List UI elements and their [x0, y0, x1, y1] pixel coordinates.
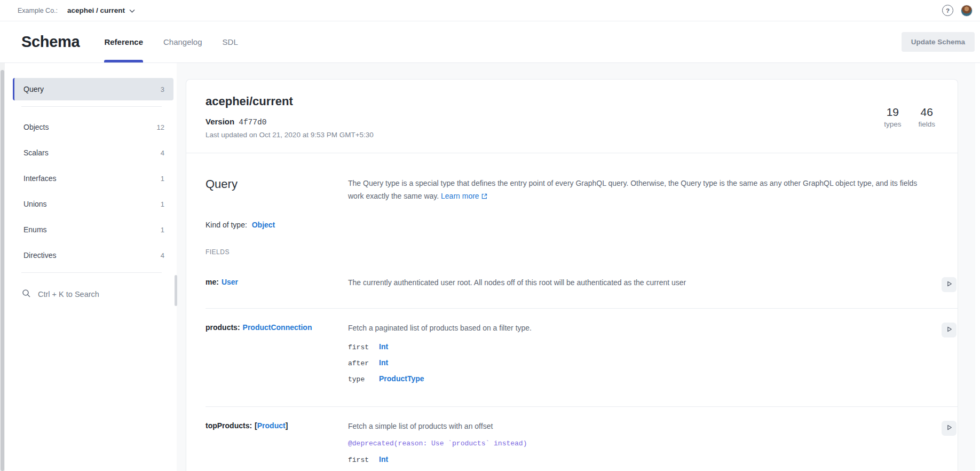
deprecated-directive: @deprecated(reason: Use `products` inste…	[348, 439, 934, 448]
left-scrollbar[interactable]	[0, 63, 5, 471]
tab-reference[interactable]: Reference	[104, 21, 143, 62]
page-header: Schema Reference Changelog SDL Update Sc…	[0, 21, 980, 63]
arg-type-link[interactable]: ProductType	[379, 374, 424, 383]
arg-name: type	[348, 375, 379, 383]
learn-more-link[interactable]: Learn more	[441, 192, 487, 200]
sidebar-item-interfaces[interactable]: Interfaces 1	[13, 167, 173, 190]
main-panel: acephei/current Version4f77d0 Last updat…	[177, 63, 980, 471]
run-in-explorer-button[interactable]	[942, 277, 957, 292]
schema-card: acephei/current Version4f77d0 Last updat…	[186, 79, 958, 471]
sidebar-item-label: Objects	[23, 123, 49, 131]
arg-name: after	[348, 359, 379, 367]
arg-type-link[interactable]: Int	[379, 455, 388, 464]
arg-row: first Int	[348, 342, 934, 351]
arg-type-link[interactable]: Int	[379, 342, 388, 351]
type-name: Query	[206, 177, 348, 203]
field-type-link[interactable]: ProductConnection	[243, 323, 312, 332]
stat-fields: 46 fields	[918, 106, 935, 128]
kind-value-link[interactable]: Object	[252, 221, 275, 229]
graph-header: acephei/current Version4f77d0 Last updat…	[186, 80, 958, 153]
last-updated: Last updated on Oct 21, 2020 at 9:53 PM …	[206, 131, 374, 139]
version-line: Version4f77d0	[206, 117, 374, 127]
sidebar-item-enums[interactable]: Enums 1	[13, 218, 173, 241]
play-icon	[946, 424, 953, 433]
tab-changelog[interactable]: Changelog	[163, 21, 202, 62]
sidebar-item-label: Directives	[23, 251, 56, 260]
arg-row: after Int	[348, 358, 934, 367]
chevron-down-icon	[129, 6, 135, 14]
search-icon	[22, 289, 31, 300]
field-row-products: products:ProductConnection Fetch a pagin…	[206, 309, 958, 407]
field-signature: me:User	[206, 277, 348, 292]
graph-selector[interactable]: acephei / current	[67, 6, 135, 14]
sidebar-item-objects[interactable]: Objects 12	[13, 116, 173, 138]
help-glyph: ?	[946, 7, 950, 14]
kind-of-type-row: Kind of type: Object	[206, 221, 958, 229]
field-description: The currently authenticated user root. A…	[348, 277, 934, 288]
graph-header-left: acephei/current Version4f77d0 Last updat…	[206, 95, 374, 139]
sidebar-item-count: 3	[161, 85, 164, 93]
sidebar-item-count: 12	[157, 123, 164, 131]
type-description-text: The Query type is a special type that de…	[348, 179, 917, 200]
sidebar-item-count: 1	[161, 175, 164, 183]
stat-types: 19 types	[884, 106, 901, 128]
sidebar-divider	[21, 106, 162, 107]
kind-label: Kind of type:	[206, 221, 247, 229]
sidebar-item-scalars[interactable]: Scalars 4	[13, 142, 173, 164]
type-section: Query The Query type is a special type t…	[186, 153, 958, 471]
arg-row: type ProductType	[348, 374, 934, 383]
type-header-row: Query The Query type is a special type t…	[206, 153, 958, 203]
tab-sdl[interactable]: SDL	[223, 21, 238, 62]
sidebar-item-unions[interactable]: Unions 1	[13, 193, 173, 215]
field-name: me:	[206, 278, 219, 286]
sidebar-item-label: Interfaces	[23, 174, 56, 183]
field-type-link[interactable]: User	[222, 278, 238, 286]
user-avatar[interactable]	[961, 5, 973, 17]
stat-value: 19	[884, 106, 901, 119]
topbar-left: Example Co.: acephei / current	[18, 6, 135, 14]
stat-label: fields	[918, 120, 935, 128]
schema-stats: 19 types 46 fields	[884, 106, 938, 128]
version-value: 4f77d0	[239, 118, 266, 127]
field-type-link[interactable]: Product	[257, 421, 286, 430]
fields-heading: FIELDS	[206, 248, 958, 263]
sidebar-item-count: 1	[161, 200, 164, 208]
arg-name: first	[348, 456, 379, 464]
field-description: Fetch a simple list of products with an …	[348, 421, 934, 432]
run-in-explorer-button[interactable]	[942, 323, 957, 337]
sidebar-item-query[interactable]: Query 3	[13, 78, 173, 100]
run-in-explorer-button[interactable]	[942, 421, 957, 436]
arg-name: first	[348, 343, 379, 351]
learn-more-label: Learn more	[441, 192, 479, 200]
graph-title: acephei/current	[206, 95, 374, 108]
stat-value: 46	[918, 106, 935, 119]
type-bracket-close: ]	[286, 421, 288, 430]
topbar-right: ?	[942, 5, 974, 17]
sidebar-item-count: 1	[161, 226, 164, 234]
field-name: products:	[206, 323, 240, 332]
left-scrollbar-thumb[interactable]	[1, 70, 4, 471]
field-row-me: me:User The currently authenticated user…	[206, 263, 958, 309]
graph-selector-label: acephei / current	[67, 6, 125, 14]
play-icon	[946, 280, 953, 289]
tab-bar: Reference Changelog SDL	[104, 21, 238, 62]
sidebar-item-count: 4	[161, 252, 164, 260]
external-link-icon	[481, 192, 487, 201]
schema-search[interactable]: Ctrl + K to Search	[13, 284, 173, 305]
field-signature: topProducts:[Product]	[206, 421, 348, 471]
sidebar-item-directives[interactable]: Directives 4	[13, 244, 173, 266]
update-schema-button[interactable]: Update Schema	[902, 32, 975, 52]
help-icon[interactable]: ?	[942, 5, 953, 16]
arg-type-link[interactable]: Int	[379, 358, 388, 367]
sidebar-item-label: Query	[23, 85, 44, 93]
right-gutter	[975, 63, 980, 471]
org-label: Example Co.:	[18, 7, 58, 14]
page-title: Schema	[21, 33, 80, 51]
sidebar-item-label: Enums	[23, 225, 47, 234]
search-hint: Ctrl + K to Search	[38, 290, 99, 299]
arg-row: first Int	[348, 455, 934, 464]
sidebar-scrollbar-thumb[interactable]	[175, 275, 177, 306]
field-description: Fetch a paginated list of products based…	[348, 323, 934, 334]
stat-label: types	[884, 120, 901, 128]
field-args: first Int	[348, 455, 934, 464]
